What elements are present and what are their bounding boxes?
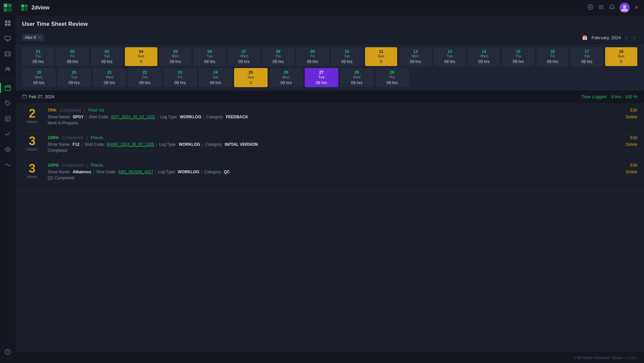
sidebar-item-report[interactable] xyxy=(0,111,15,126)
day-cell-empty-15 xyxy=(542,68,572,87)
day-cell-11[interactable]: 11 Sun 0 xyxy=(365,47,397,66)
day-hours: 09 hrs xyxy=(281,80,292,85)
day-cell-26[interactable]: 26 Mon 09 hrs xyxy=(270,68,303,87)
app-logo[interactable] xyxy=(0,0,15,15)
day-cell-03[interactable]: 03 Sat 09 hrs xyxy=(91,47,123,66)
day-num: 29 xyxy=(390,70,394,75)
main-content: 2dview ✕ User Time Sheet Review xyxy=(15,0,644,363)
day-cell-01[interactable]: 01 Thu 09 hrs xyxy=(22,47,54,66)
day-cell-20[interactable]: 20 Tue 09 hrs xyxy=(58,68,91,87)
log-pct-1: 100% xyxy=(48,135,59,140)
sidebar-item-wave[interactable] xyxy=(0,157,15,173)
day-num: 14 xyxy=(482,49,486,54)
day-cell-23[interactable]: 23 Fri 09 hrs xyxy=(163,68,197,87)
day-cell-17[interactable]: 17 Sat 08 hrs xyxy=(571,47,603,66)
day-cell-19[interactable]: 19 Mon 09 hrs xyxy=(22,68,56,87)
log-actions-0: Edit Delete xyxy=(617,108,637,125)
day-cell-15[interactable]: 15 Thu 09 hrs xyxy=(502,47,534,66)
svg-rect-21 xyxy=(5,116,10,121)
sidebar-item-eye[interactable] xyxy=(0,142,15,157)
day-name: Sun xyxy=(618,54,625,58)
day-num: 26 xyxy=(284,70,288,75)
day-num: 11 xyxy=(379,49,383,54)
day-num: 10 xyxy=(345,49,349,54)
filter-tag-user-close[interactable]: ✕ xyxy=(38,36,41,40)
day-cell-08[interactable]: 08 Thu 09 hrs xyxy=(262,47,294,66)
delete-button-1[interactable]: Delete xyxy=(626,142,637,147)
day-detail-date: Feb 27, 2024 xyxy=(22,94,55,99)
day-cell-02[interactable]: 02 Fri 09 hrs xyxy=(56,47,88,66)
day-num: 21 xyxy=(107,70,112,75)
day-name: Wed xyxy=(353,75,360,79)
day-cell-27[interactable]: 27 Tue 08 hrs xyxy=(305,68,338,87)
day-name: Fri xyxy=(551,54,555,58)
delete-button-0[interactable]: Delete xyxy=(626,114,637,120)
topbar-left: 2dview xyxy=(21,4,49,11)
day-cell-29[interactable]: 29 Thu 09 hrs xyxy=(375,68,409,87)
next-month-button[interactable]: › xyxy=(632,34,637,41)
day-cell-24[interactable]: 24 Sat 09 hrs xyxy=(199,68,232,87)
svg-rect-28 xyxy=(21,4,24,7)
day-name: Fri xyxy=(178,75,182,79)
day-cell-12[interactable]: 12 Mon 09 hrs xyxy=(399,47,431,66)
log-type-2: WORKLOG xyxy=(178,170,199,174)
notification-icon[interactable] xyxy=(609,4,615,11)
day-name: Sun xyxy=(378,54,384,58)
sidebar-item-calendar[interactable] xyxy=(0,80,15,96)
day-cell-18[interactable]: 18 Sun 0 xyxy=(605,47,637,66)
footer: © All Rights Reserved. 2dview - v 2.0.1 xyxy=(15,352,644,363)
log-hours-label-0: Hours xyxy=(27,120,37,124)
day-cell-14[interactable]: 14 Wed 09 hrs xyxy=(468,47,500,66)
day-num: 01 xyxy=(36,49,41,54)
day-cell-25[interactable]: 25 Sun 0 xyxy=(234,68,268,87)
svg-point-32 xyxy=(588,4,593,9)
day-cell-22[interactable]: 22 Thu 09 hrs xyxy=(128,68,162,87)
user-avatar[interactable] xyxy=(620,3,630,13)
log-meta-row-1: Show Name: F12 | Shot Code: RANG_2024_26… xyxy=(48,142,612,147)
day-cell-empty-13 xyxy=(476,68,507,87)
day-cell-05[interactable]: 05 Mon 09 hrs xyxy=(159,47,192,66)
day-hours: 09 hrs xyxy=(174,80,186,85)
sidebar-item-users[interactable] xyxy=(0,62,15,77)
day-cell-13[interactable]: 13 Tue 09 hrs xyxy=(434,47,466,66)
day-cell-28[interactable]: 28 Wed 09 hrs xyxy=(340,68,374,87)
log-meta-row-2: Show Name: Albatross | Shot Code: ABS_85… xyxy=(48,170,612,174)
shot-code-1[interactable]: RANG_2024_26_02_1205 xyxy=(107,142,154,147)
sidebar-item-tag[interactable] xyxy=(0,96,15,111)
day-cell-10[interactable]: 10 Sat 09 hrs xyxy=(331,47,363,66)
day-cell-04[interactable]: 04 Sun 0 xyxy=(125,47,157,66)
day-hours: 09 hrs xyxy=(238,59,249,64)
log-actions-1: Edit Delete xyxy=(617,135,637,153)
day-cell-09[interactable]: 09 Fri 09 hrs xyxy=(296,47,329,66)
sidebar-item-grid[interactable] xyxy=(0,15,15,31)
settings-icon[interactable] xyxy=(587,4,593,11)
day-name: Sun xyxy=(247,75,254,79)
sidebar-item-monitor[interactable] xyxy=(0,31,15,46)
log-task-type-1[interactable]: Previs xyxy=(91,135,103,140)
calendar-week-2: 19 Mon 09 hrs 20 Tue 09 hrs 21 Wed 09 hr… xyxy=(22,68,637,87)
log-entries: 2 Hours 70% Completed | Post Viz Show Na… xyxy=(15,103,644,185)
day-name: Tue xyxy=(318,75,325,79)
log-sep1-0: Completed xyxy=(60,108,81,113)
svg-rect-1 xyxy=(8,4,12,7)
footer-text: © All Rights Reserved. 2dview - v 2.0.1 xyxy=(574,356,637,360)
shot-code-0[interactable]: SGY_2024_26_02_1201 xyxy=(111,115,155,119)
day-cell-16[interactable]: 16 Fri 09 hrs xyxy=(536,47,569,66)
day-cell-07[interactable]: 07 Wed 09 hrs xyxy=(228,47,260,66)
log-task-type-0[interactable]: Post Viz xyxy=(88,108,104,113)
sidebar-item-chart[interactable] xyxy=(0,126,15,142)
menu-icon[interactable] xyxy=(598,4,604,11)
shot-code-2[interactable]: ABS_852036_4507 xyxy=(118,170,153,174)
close-icon[interactable]: ✕ xyxy=(634,4,639,11)
edit-button-1[interactable]: Edit xyxy=(630,135,637,140)
prev-month-button[interactable]: ‹ xyxy=(624,34,629,41)
sidebar-item-help[interactable]: ? xyxy=(0,344,15,360)
day-cell-06[interactable]: 06 Tue 09 hrs xyxy=(194,47,226,66)
delete-button-2[interactable]: Delete xyxy=(626,169,637,175)
edit-button-2[interactable]: Edit xyxy=(630,163,637,168)
day-cell-21[interactable]: 21 Wed 09 hrs xyxy=(93,68,126,87)
edit-button-0[interactable]: Edit xyxy=(630,108,637,113)
log-type-1: WORKLOG xyxy=(179,142,200,147)
log-task-type-2[interactable]: Previs xyxy=(91,163,103,168)
sidebar-item-film[interactable] xyxy=(0,46,15,62)
